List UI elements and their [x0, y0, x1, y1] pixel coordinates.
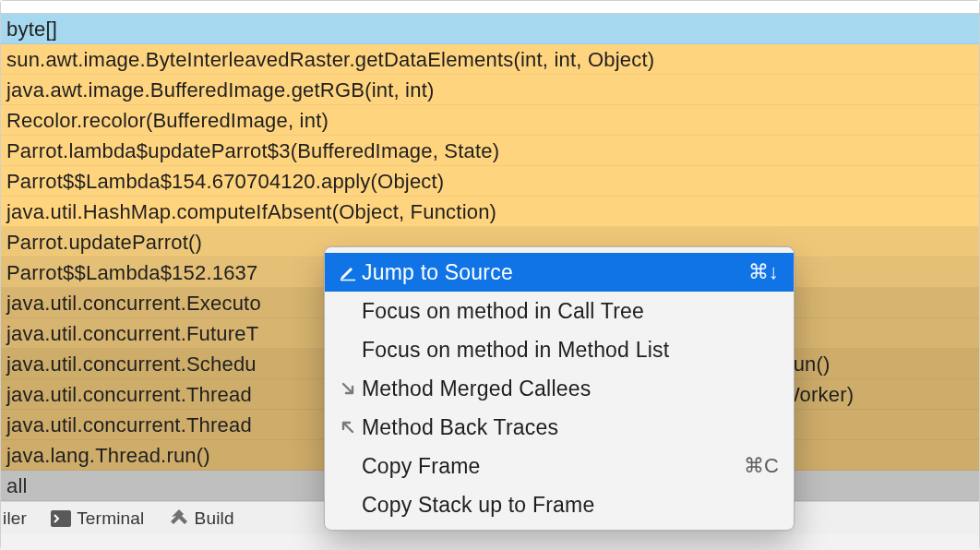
stack-frame-row[interactable]: Recolor.recolor(BufferedImage, int): [1, 105, 979, 136]
menu-item-label: Jump to Source: [362, 260, 748, 285]
tab-terminal[interactable]: Terminal: [51, 508, 144, 529]
tab-label: iler: [3, 508, 27, 529]
tab-build[interactable]: Build: [169, 508, 234, 529]
arrow-dr-icon: [334, 380, 362, 397]
context-menu-item[interactable]: Copy Stack up to Frame: [325, 485, 794, 524]
context-menu-item[interactable]: Jump to Source⌘↓: [325, 253, 794, 292]
frame-text-left: java.util.concurrent.Thread: [6, 383, 252, 406]
hammer-icon: [169, 509, 189, 528]
status-bar-blank: [1, 534, 979, 550]
context-menu-item[interactable]: Focus on method in Call Tree: [325, 292, 794, 330]
context-menu-item[interactable]: Focus on method in Method List: [325, 330, 794, 369]
menu-item-label: Focus on method in Method List: [362, 338, 779, 363]
stack-frame-row[interactable]: Parrot$$Lambda$154.670704120.apply(Objec…: [1, 166, 979, 197]
frame-text-left: java.util.concurrent.Schedu: [6, 353, 257, 376]
context-menu: Jump to Source⌘↓Focus on method in Call …: [324, 246, 795, 531]
tab-label: Build: [195, 508, 234, 529]
context-menu-item[interactable]: Copy Frame⌘C: [325, 447, 794, 485]
svg-rect-0: [51, 510, 71, 527]
terminal-icon: [51, 510, 71, 527]
menu-item-label: Copy Stack up to Frame: [362, 493, 779, 518]
stack-frame-row[interactable]: byte[]: [1, 14, 979, 44]
toolbar-blank: [1, 1, 979, 14]
menu-item-label: Copy Frame: [362, 454, 744, 479]
stack-frame-row[interactable]: sun.awt.image.ByteInterleavedRaster.getD…: [1, 44, 979, 75]
context-menu-item[interactable]: Method Merged Callees: [325, 369, 794, 408]
menu-item-shortcut: ⌘↓: [748, 260, 779, 284]
menu-item-label: Method Merged Callees: [362, 377, 779, 401]
menu-item-label: Method Back Traces: [362, 415, 779, 440]
edit-icon: [334, 263, 362, 281]
context-menu-item[interactable]: Method Back Traces: [325, 408, 794, 447]
menu-item-shortcut: ⌘C: [744, 454, 779, 478]
stack-frame-row[interactable]: java.awt.image.BufferedImage.getRGB(int,…: [1, 75, 979, 105]
stack-frame-row[interactable]: Parrot.lambda$updateParrot$3(BufferedIma…: [1, 136, 979, 166]
arrow-ul-icon: [334, 419, 362, 436]
tab-profiler-partial[interactable]: iler: [3, 508, 27, 529]
tab-label: Terminal: [77, 508, 144, 529]
stack-frame-row[interactable]: java.util.HashMap.computeIfAbsent(Object…: [1, 197, 979, 227]
menu-item-label: Focus on method in Call Tree: [362, 299, 779, 324]
